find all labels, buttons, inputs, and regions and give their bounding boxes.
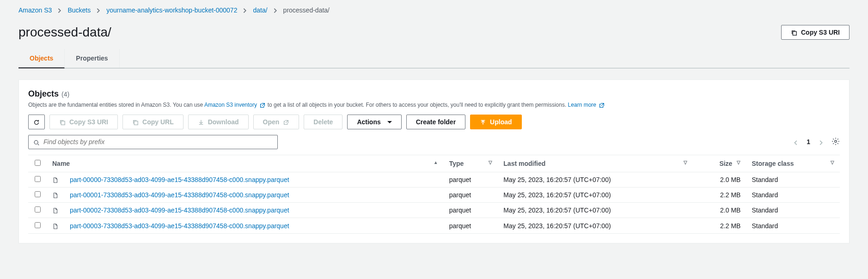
object-storage-class: Standard <box>746 187 840 202</box>
object-type: parquet <box>444 218 498 233</box>
button-label: Copy URL <box>142 118 174 126</box>
chevron-right-icon <box>95 6 102 14</box>
external-link-icon <box>259 101 266 109</box>
button-label: Create folder <box>416 118 456 126</box>
search-icon <box>33 138 40 146</box>
copy-icon <box>132 118 139 126</box>
object-name-link[interactable]: part-00003-73308d53-ad03-4099-ae15-43388… <box>70 222 289 230</box>
table-row: part-00003-73308d53-ad03-4099-ae15-43388… <box>28 218 840 233</box>
column-header-size[interactable]: Size ▽ <box>693 155 746 172</box>
column-header-last-modified[interactable]: Last modified ▽ <box>498 155 693 172</box>
page-number: 1 <box>807 138 810 146</box>
row-checkbox[interactable] <box>35 222 41 228</box>
object-type: parquet <box>444 172 498 187</box>
object-size: 2.0 MB <box>693 203 746 218</box>
file-icon <box>52 176 59 183</box>
select-all-checkbox[interactable] <box>35 160 41 166</box>
button-label: Open <box>263 118 280 126</box>
object-size: 2.2 MB <box>693 218 746 233</box>
file-icon <box>52 206 59 214</box>
page-root: Amazon S3 Buckets yourname-analytics-wor… <box>0 0 868 243</box>
panel-header: Objects (4) <box>28 89 840 99</box>
object-type: parquet <box>444 187 498 202</box>
sort-icon: ▽ <box>737 160 740 165</box>
settings-button[interactable] <box>831 137 840 147</box>
copy-icon <box>59 118 66 126</box>
panel-description: Objects are the fundamental entities sto… <box>28 101 840 109</box>
open-button[interactable]: Open <box>253 115 300 129</box>
upload-button[interactable]: Upload <box>470 115 521 129</box>
button-label: Delete <box>313 118 333 126</box>
object-last-modified: May 25, 2023, 16:20:57 (UTC+07:00) <box>498 187 693 202</box>
object-last-modified: May 25, 2023, 16:20:57 (UTC+07:00) <box>498 172 693 187</box>
page-title: processed-data/ <box>18 25 111 40</box>
column-label: Name <box>52 160 70 167</box>
prev-page-button[interactable] <box>793 138 799 146</box>
learn-more-link[interactable]: Learn more <box>568 102 605 108</box>
object-name-link[interactable]: part-00001-73308d53-ad03-4099-ae15-43388… <box>70 191 289 199</box>
breadcrumb-link[interactable]: Amazon S3 <box>18 6 52 14</box>
panel-count: (4) <box>61 91 69 98</box>
filter-row: 1 <box>28 135 840 149</box>
objects-table: Name ▲ Type ▽ Last modified ▽ Size ▽ <box>28 155 840 234</box>
column-header-type[interactable]: Type ▽ <box>444 155 498 172</box>
sort-asc-icon: ▲ <box>434 160 438 165</box>
file-icon <box>52 191 59 199</box>
svg-point-4 <box>835 140 837 143</box>
upload-icon <box>480 118 486 126</box>
inventory-link[interactable]: Amazon S3 inventory <box>204 102 268 108</box>
page-header: processed-data/ Copy S3 URI <box>18 20 850 49</box>
copy-s3-uri-button[interactable]: Copy S3 URI <box>781 25 850 40</box>
sort-icon: ▽ <box>684 160 687 165</box>
table-row: part-00000-73308d53-ad03-4099-ae15-43388… <box>28 172 840 187</box>
column-label: Last modified <box>503 160 545 167</box>
chevron-right-icon <box>242 6 248 14</box>
search-input[interactable] <box>43 138 273 146</box>
object-size: 2.2 MB <box>693 187 746 202</box>
svg-point-3 <box>34 140 38 144</box>
column-label: Type <box>449 160 464 167</box>
object-storage-class: Standard <box>746 218 840 233</box>
link-label: Learn more <box>568 102 596 108</box>
table-row: part-00002-73308d53-ad03-4099-ae15-43388… <box>28 203 840 218</box>
column-header-name[interactable]: Name ▲ <box>47 155 444 172</box>
object-type: parquet <box>444 203 498 218</box>
external-link-icon <box>283 118 289 126</box>
file-icon <box>52 222 59 229</box>
row-checkbox[interactable] <box>35 176 41 182</box>
breadcrumb-link[interactable]: yourname-analytics-workshop-bucket-00007… <box>106 6 237 14</box>
objects-panel: Objects (4) Objects are the fundamental … <box>18 79 850 243</box>
tabs: Objects Properties <box>18 49 850 68</box>
object-name-link[interactable]: part-00000-73308d53-ad03-4099-ae15-43388… <box>70 176 289 183</box>
object-name-link[interactable]: part-00002-73308d53-ad03-4099-ae15-43388… <box>70 206 289 214</box>
button-label: Copy S3 URI <box>69 118 108 126</box>
breadcrumb-link[interactable]: data/ <box>253 6 267 14</box>
row-checkbox[interactable] <box>35 191 41 197</box>
actions-dropdown-button[interactable]: Actions <box>347 115 401 129</box>
delete-button[interactable]: Delete <box>304 115 342 129</box>
copy-url-button[interactable]: Copy URL <box>122 115 183 129</box>
download-button[interactable]: Download <box>188 115 249 129</box>
copy-s3-uri-toolbar-button[interactable]: Copy S3 URI <box>49 115 118 129</box>
object-storage-class: Standard <box>746 172 840 187</box>
breadcrumb-link[interactable]: Buckets <box>67 6 91 14</box>
column-header-storage-class[interactable]: Storage class ▽ <box>746 155 840 172</box>
search-box[interactable] <box>28 135 278 149</box>
breadcrumb-current: processed-data/ <box>283 6 330 14</box>
caret-down-icon <box>387 121 392 123</box>
object-size: 2.0 MB <box>693 172 746 187</box>
button-label: Upload <box>490 118 512 126</box>
next-page-button[interactable] <box>818 138 824 146</box>
button-label: Download <box>208 118 239 126</box>
refresh-button[interactable] <box>28 115 45 129</box>
create-folder-button[interactable]: Create folder <box>406 115 465 129</box>
copy-icon <box>791 29 797 36</box>
tab-properties[interactable]: Properties <box>65 49 119 68</box>
tab-objects[interactable]: Objects <box>18 49 65 68</box>
desc-text: Objects are the fundamental entities sto… <box>28 102 204 108</box>
row-checkbox[interactable] <box>35 206 41 212</box>
object-last-modified: May 25, 2023, 16:20:57 (UTC+07:00) <box>498 203 693 218</box>
svg-rect-2 <box>134 121 138 125</box>
download-icon <box>198 118 204 126</box>
pagination: 1 <box>793 137 840 147</box>
